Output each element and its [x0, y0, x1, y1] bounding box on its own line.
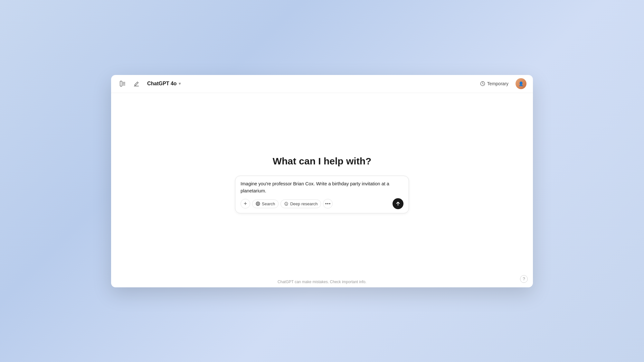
footer: ChatGPT can make mistakes. Check importa…	[111, 276, 533, 287]
more-options-button[interactable]: •••	[323, 199, 333, 209]
plus-icon: +	[244, 200, 247, 207]
input-container: Imagine you're professor Brian Cox. Writ…	[235, 176, 409, 214]
send-icon	[395, 201, 401, 206]
send-button[interactable]	[393, 198, 403, 209]
chat-input[interactable]: Imagine you're professor Brian Cox. Writ…	[241, 181, 403, 195]
model-selector-button[interactable]: ChatGPT 4o ▾	[145, 79, 183, 88]
edit-icon	[134, 81, 139, 87]
svg-rect-2	[123, 83, 125, 84]
svg-rect-3	[123, 85, 125, 85]
new-chat-button[interactable]	[131, 79, 141, 89]
avatar[interactable]: 👤	[516, 78, 526, 89]
search-label: Search	[262, 201, 275, 206]
header-right: Temporary 👤	[477, 78, 526, 89]
header-left: ChatGPT 4o ▾	[118, 79, 183, 89]
main-content: What can I help with? Imagine you're pro…	[111, 93, 533, 276]
sidebar-icon	[120, 81, 126, 87]
temporary-icon	[480, 81, 485, 86]
help-button[interactable]: ?	[520, 275, 528, 283]
svg-rect-0	[120, 81, 122, 86]
deep-research-label: Deep research	[290, 201, 317, 206]
header: ChatGPT 4o ▾ Temporary 👤	[111, 75, 533, 93]
temporary-label: Temporary	[487, 81, 508, 86]
main-title: What can I help with?	[273, 156, 372, 167]
chevron-down-icon: ▾	[179, 81, 181, 86]
model-name-label: ChatGPT 4o	[147, 81, 177, 87]
dots-icon: •••	[325, 201, 331, 206]
temporary-button[interactable]: Temporary	[477, 79, 512, 88]
help-icon: ?	[523, 276, 525, 281]
brain-icon	[284, 201, 289, 206]
search-button[interactable]: Search	[252, 200, 279, 208]
input-toolbar: + Search	[241, 198, 403, 209]
disclaimer-text: ChatGPT can make mistakes. Check importa…	[278, 280, 366, 284]
app-window: ChatGPT 4o ▾ Temporary 👤 What can I help…	[111, 75, 533, 287]
sidebar-toggle-button[interactable]	[118, 79, 128, 89]
avatar-initials: 👤	[518, 81, 524, 86]
attach-button[interactable]: +	[241, 199, 250, 209]
deep-research-button[interactable]: Deep research	[280, 200, 321, 208]
globe-icon	[256, 201, 260, 206]
svg-rect-1	[123, 82, 125, 82]
